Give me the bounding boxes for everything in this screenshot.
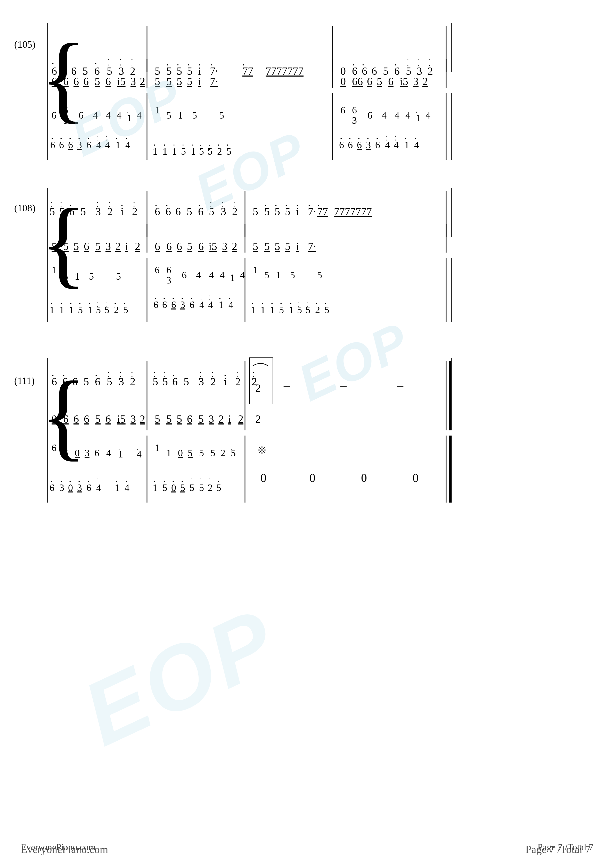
svg-text:6: 6 (84, 413, 89, 425)
svg-text:6: 6 (51, 76, 57, 87)
svg-text:5: 5 (187, 76, 193, 87)
svg-text:7·: 7· (308, 206, 316, 217)
svg-text:5: 5 (192, 110, 197, 121)
svg-text:·: · (208, 475, 210, 483)
svg-text:1: 1 (219, 299, 224, 310)
svg-text:6: 6 (72, 376, 78, 388)
svg-text:1: 1 (118, 449, 123, 459)
svg-text:i: i (296, 206, 299, 217)
svg-text:5: 5 (253, 206, 258, 217)
svg-text:2: 2 (315, 304, 320, 315)
svg-text:6: 6 (187, 413, 193, 425)
svg-text:1: 1 (153, 482, 157, 493)
svg-text:4: 4 (124, 482, 129, 493)
svg-text:1: 1 (162, 146, 167, 157)
svg-text:2: 2 (238, 413, 243, 425)
svg-text:1: 1 (88, 304, 93, 315)
svg-text:i: i (224, 376, 227, 388)
svg-text:5: 5 (190, 482, 194, 493)
svg-text:6: 6 (73, 76, 79, 87)
svg-text:5: 5 (162, 482, 167, 493)
svg-text:1: 1 (50, 304, 54, 315)
svg-text:3: 3 (95, 206, 101, 217)
svg-text:7·: 7· (308, 240, 316, 252)
svg-text:2: 2 (208, 482, 213, 493)
svg-text:6: 6 (68, 140, 73, 150)
svg-text:1: 1 (115, 482, 120, 493)
svg-text:i: i (125, 240, 128, 252)
svg-text:1: 1 (166, 447, 171, 458)
svg-text:3: 3 (131, 413, 136, 425)
svg-text:6: 6 (162, 299, 167, 310)
svg-text:1: 1 (416, 112, 421, 123)
svg-text:4: 4 (96, 482, 101, 493)
svg-text:6: 6 (357, 140, 362, 150)
svg-text:0: 0 (171, 482, 176, 493)
svg-text:4: 4 (199, 299, 204, 310)
svg-text:6: 6 (375, 140, 380, 150)
svg-text:7777777: 7777777 (266, 65, 303, 77)
svg-text:·: · (97, 475, 99, 483)
svg-text:1: 1 (276, 270, 281, 281)
svg-text:5: 5 (187, 206, 192, 217)
svg-text:5: 5 (73, 240, 79, 252)
svg-text:2: 2 (210, 376, 216, 388)
svg-text:–: – (283, 378, 290, 392)
svg-text:i: i (121, 206, 124, 217)
svg-text:5: 5 (219, 110, 224, 121)
svg-text:7777777: 7777777 (334, 206, 372, 217)
svg-text:0: 0 (260, 471, 266, 485)
svg-text:6: 6 (171, 299, 176, 310)
svg-text:5: 5 (377, 76, 382, 87)
svg-text:2: 2 (140, 413, 145, 425)
svg-text:i5: i5 (117, 413, 126, 425)
svg-text:6: 6 (394, 65, 400, 77)
svg-text:6: 6 (50, 482, 54, 493)
svg-text:6: 6 (154, 299, 159, 310)
svg-text:6: 6 (51, 376, 57, 388)
svg-text:i5: i5 (400, 76, 408, 87)
svg-text:6: 6 (86, 482, 91, 493)
svg-text:5: 5 (180, 482, 185, 493)
svg-text:7·: 7· (210, 76, 218, 87)
svg-text:6: 6 (63, 413, 68, 425)
svg-text:5: 5 (95, 76, 100, 87)
svg-text:3: 3 (199, 376, 204, 388)
svg-text:2: 2 (130, 376, 135, 388)
svg-text:1: 1 (69, 304, 74, 315)
svg-text:6: 6 (177, 240, 182, 252)
svg-text:4: 4 (385, 140, 390, 150)
svg-text:6: 6 (155, 240, 160, 252)
svg-text:6: 6 (182, 270, 187, 281)
svg-text:77: 77 (317, 206, 328, 217)
svg-text:4: 4 (382, 110, 387, 121)
svg-text:2: 2 (218, 413, 224, 425)
svg-text:–: – (397, 378, 404, 392)
svg-text:5: 5 (216, 482, 221, 493)
svg-text:i: i (296, 240, 299, 252)
svg-text:5: 5 (208, 146, 213, 157)
svg-text:2: 2 (114, 304, 119, 315)
svg-text:❊: ❊ (258, 445, 266, 456)
svg-text:5: 5 (51, 240, 57, 252)
svg-text:6: 6 (50, 140, 55, 150)
svg-text:6: 6 (372, 65, 377, 77)
svg-text:6: 6 (198, 206, 204, 217)
svg-text:6: 6 (106, 76, 111, 87)
svg-text:6: 6 (190, 299, 194, 310)
svg-text:4: 4 (229, 299, 233, 310)
svg-text:1: 1 (155, 442, 160, 453)
svg-text:5: 5 (59, 206, 65, 217)
svg-text:6: 6 (155, 206, 160, 217)
svg-text:2: 2 (221, 447, 225, 458)
svg-text:5: 5 (63, 271, 68, 282)
svg-text:6: 6 (166, 206, 171, 217)
svg-text:6: 6 (59, 140, 64, 150)
svg-text:i: i (228, 413, 231, 425)
svg-text:5: 5 (177, 76, 182, 87)
svg-text:5: 5 (199, 447, 204, 458)
svg-text:5: 5 (188, 447, 193, 458)
svg-text:6: 6 (63, 447, 68, 458)
svg-text:5: 5 (285, 206, 291, 217)
svg-text:i5: i5 (117, 76, 126, 87)
